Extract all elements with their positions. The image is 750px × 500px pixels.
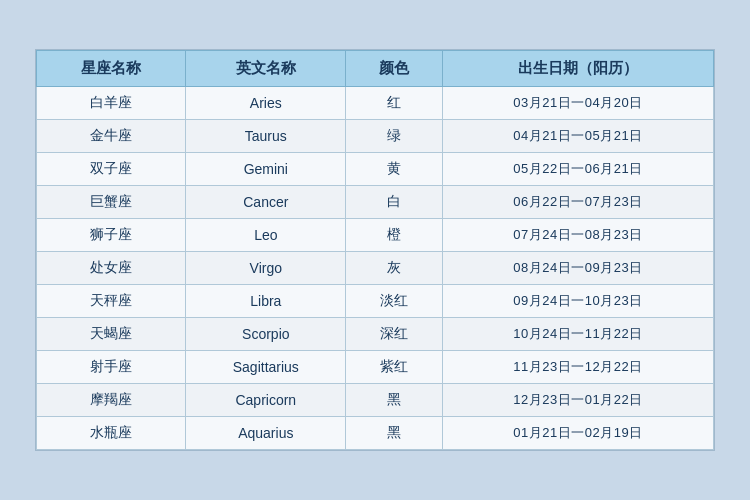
cell-english-name: Scorpio	[186, 318, 346, 351]
cell-english-name: Virgo	[186, 252, 346, 285]
cell-color: 灰	[346, 252, 443, 285]
table-row: 天蝎座Scorpio深红10月24日一11月22日	[37, 318, 714, 351]
cell-chinese-name: 摩羯座	[37, 384, 186, 417]
table-row: 摩羯座Capricorn黑12月23日一01月22日	[37, 384, 714, 417]
table-header-row: 星座名称 英文名称 颜色 出生日期（阳历）	[37, 51, 714, 87]
table-row: 双子座Gemini黄05月22日一06月21日	[37, 153, 714, 186]
header-english-name: 英文名称	[186, 51, 346, 87]
header-birthdate: 出生日期（阳历）	[442, 51, 713, 87]
zodiac-table-container: 星座名称 英文名称 颜色 出生日期（阳历） 白羊座Aries红03月21日一04…	[35, 49, 715, 451]
cell-chinese-name: 金牛座	[37, 120, 186, 153]
cell-english-name: Taurus	[186, 120, 346, 153]
header-color: 颜色	[346, 51, 443, 87]
table-body: 白羊座Aries红03月21日一04月20日金牛座Taurus绿04月21日一0…	[37, 87, 714, 450]
cell-dates: 04月21日一05月21日	[442, 120, 713, 153]
table-row: 射手座Sagittarius紫红11月23日一12月22日	[37, 351, 714, 384]
cell-chinese-name: 天蝎座	[37, 318, 186, 351]
cell-dates: 01月21日一02月19日	[442, 417, 713, 450]
cell-color: 橙	[346, 219, 443, 252]
table-row: 金牛座Taurus绿04月21日一05月21日	[37, 120, 714, 153]
cell-dates: 03月21日一04月20日	[442, 87, 713, 120]
cell-color: 淡红	[346, 285, 443, 318]
cell-english-name: Capricorn	[186, 384, 346, 417]
table-row: 狮子座Leo橙07月24日一08月23日	[37, 219, 714, 252]
cell-english-name: Leo	[186, 219, 346, 252]
cell-color: 红	[346, 87, 443, 120]
cell-dates: 08月24日一09月23日	[442, 252, 713, 285]
cell-english-name: Aries	[186, 87, 346, 120]
table-row: 天秤座Libra淡红09月24日一10月23日	[37, 285, 714, 318]
cell-color: 紫红	[346, 351, 443, 384]
cell-chinese-name: 白羊座	[37, 87, 186, 120]
zodiac-table: 星座名称 英文名称 颜色 出生日期（阳历） 白羊座Aries红03月21日一04…	[36, 50, 714, 450]
cell-color: 深红	[346, 318, 443, 351]
cell-color: 黑	[346, 417, 443, 450]
cell-chinese-name: 狮子座	[37, 219, 186, 252]
cell-dates: 10月24日一11月22日	[442, 318, 713, 351]
cell-english-name: Libra	[186, 285, 346, 318]
cell-chinese-name: 天秤座	[37, 285, 186, 318]
table-row: 处女座Virgo灰08月24日一09月23日	[37, 252, 714, 285]
cell-chinese-name: 射手座	[37, 351, 186, 384]
cell-color: 黑	[346, 384, 443, 417]
cell-dates: 06月22日一07月23日	[442, 186, 713, 219]
table-row: 白羊座Aries红03月21日一04月20日	[37, 87, 714, 120]
cell-dates: 11月23日一12月22日	[442, 351, 713, 384]
cell-color: 黄	[346, 153, 443, 186]
cell-dates: 09月24日一10月23日	[442, 285, 713, 318]
cell-english-name: Gemini	[186, 153, 346, 186]
cell-dates: 07月24日一08月23日	[442, 219, 713, 252]
cell-chinese-name: 巨蟹座	[37, 186, 186, 219]
cell-chinese-name: 处女座	[37, 252, 186, 285]
cell-dates: 05月22日一06月21日	[442, 153, 713, 186]
cell-english-name: Aquarius	[186, 417, 346, 450]
table-row: 水瓶座Aquarius黑01月21日一02月19日	[37, 417, 714, 450]
cell-chinese-name: 双子座	[37, 153, 186, 186]
cell-chinese-name: 水瓶座	[37, 417, 186, 450]
cell-english-name: Cancer	[186, 186, 346, 219]
cell-english-name: Sagittarius	[186, 351, 346, 384]
cell-dates: 12月23日一01月22日	[442, 384, 713, 417]
table-row: 巨蟹座Cancer白06月22日一07月23日	[37, 186, 714, 219]
cell-color: 绿	[346, 120, 443, 153]
header-chinese-name: 星座名称	[37, 51, 186, 87]
cell-color: 白	[346, 186, 443, 219]
